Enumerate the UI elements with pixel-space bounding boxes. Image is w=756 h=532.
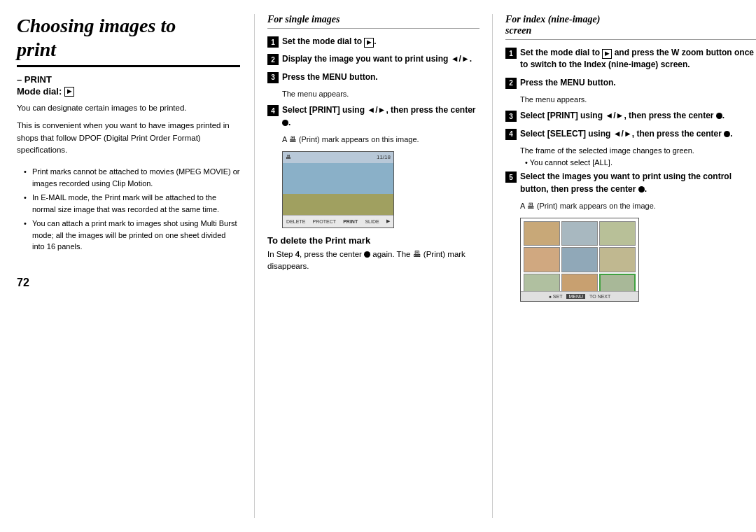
center-btn-right5: [638, 186, 645, 192]
step-num-2: 2: [267, 54, 279, 65]
single-images-title: For single images: [267, 14, 479, 29]
print-section-label: – PRINT: [17, 74, 240, 85]
right-step-3: 3 Select [PRINT] using ◄/►, then press t…: [505, 110, 756, 122]
step-4-note: A 🖶 (Print) mark appears on this image.: [282, 134, 479, 146]
index-screen: ● SET MENU TO NEXT: [520, 218, 639, 302]
right-step-2-note: The menu appears.: [520, 94, 756, 106]
right-step-1-text: Set the mode dial to ▶ and press the W z…: [520, 47, 756, 71]
page-number: 72: [17, 262, 240, 289]
index-menu-label: MENU: [566, 294, 585, 299]
index-title-text: For index (nine-image)screen: [505, 14, 600, 36]
center-btn-right4: [724, 131, 730, 137]
delete-step-ref: 4: [295, 250, 300, 258]
page-title: Choosing images to print: [17, 14, 240, 74]
index-bottom-bar: ● SET MENU TO NEXT: [521, 291, 638, 301]
index-cell-2: [561, 221, 598, 246]
step-3: 3 Press the MENU button.: [267, 71, 479, 83]
title-line2: print: [17, 38, 56, 60]
index-next-label: TO NEXT: [589, 294, 610, 299]
step-4-text: Select [PRINT] using ◄/►, then press the…: [282, 104, 479, 129]
right-step-5-text: Select the images you want to print usin…: [520, 171, 756, 195]
bullet-item-3: You can attach a print mark to images sh…: [24, 218, 240, 253]
page-container: Choosing images to print – PRINT Mode di…: [0, 0, 756, 532]
index-images-title: For index (nine-image)screen: [505, 14, 756, 40]
camera-menu-bar: DELETE PROTECT PRINT SLIDE ▶: [283, 215, 393, 227]
index-cell-3: [599, 221, 636, 246]
step-num-4: 4: [267, 105, 279, 116]
menu-print: PRINT: [343, 219, 358, 224]
right-step-4-text: Select [SELECT] using ◄/►, then press th…: [520, 128, 733, 140]
cannot-select-note: You cannot select [ALL].: [525, 158, 756, 167]
right-step-num-3: 3: [505, 111, 517, 122]
camera-screen: 🖶 11/18 DELETE PROTECT PRINT SLIDE ▶: [282, 151, 394, 228]
camera-landscape: [283, 163, 393, 215]
right-step-5-note: A 🖶 (Print) mark appears on the image.: [520, 201, 756, 212]
step-1-text: Set the mode dial to ▶.: [282, 36, 377, 48]
play-icon-step1: ▶: [364, 38, 374, 48]
index-set-label: ● SET: [549, 294, 563, 299]
index-cell-5: [561, 247, 598, 272]
right-step-num-4: 4: [505, 129, 517, 140]
index-cell-6: [599, 247, 636, 272]
body-text-2: This is convenient when you want to have…: [17, 120, 240, 156]
right-step-2: 2 Press the MENU button.: [505, 77, 756, 89]
menu-delete: DELETE: [286, 219, 305, 224]
index-grid: [521, 218, 638, 301]
frame-change-note: The frame of the selected image changes …: [520, 146, 756, 156]
right-step-2-text: Press the MENU button.: [520, 77, 616, 89]
frame-counter: 11/18: [377, 154, 391, 160]
title-line1: Choosing images to: [17, 15, 176, 36]
right-step-5: 5 Select the images you want to print us…: [505, 171, 756, 195]
step-2: 2 Display the image you want to print us…: [267, 53, 479, 65]
step-num-1: 1: [267, 36, 279, 48]
middle-column: For single images 1 Set the mode dial to…: [255, 14, 493, 518]
menu-slide: SLIDE: [365, 219, 379, 224]
play-icon-right1: ▶: [602, 49, 612, 59]
center-btn-delete: [364, 251, 370, 258]
index-cell-1: [524, 221, 560, 246]
print-mark-indicator: 🖶: [286, 154, 291, 160]
bullet-item-2: In E-MAIL mode, the Print mark will be a…: [24, 192, 240, 215]
play-mode-icon: ▶: [64, 87, 74, 97]
bullet-list: Print marks cannot be attached to movies…: [17, 166, 240, 255]
index-cell-4: [524, 247, 560, 272]
right-step-3-text: Select [PRINT] using ◄/►, then press the…: [520, 110, 724, 122]
step-3-note: The menu appears.: [282, 89, 479, 100]
step-num-3: 3: [267, 72, 279, 83]
mode-dial-line: Mode dial: ▶: [17, 86, 240, 97]
body-text-1: You can designate certain images to be p…: [17, 102, 240, 114]
mode-label: Mode dial:: [17, 86, 62, 97]
menu-protect: PROTECT: [313, 219, 336, 224]
right-step-1: 1 Set the mode dial to ▶ and press the W…: [505, 47, 756, 71]
step-3-text: Press the MENU button.: [282, 71, 378, 83]
center-btn-icon: [282, 120, 288, 126]
left-column: Choosing images to print – PRINT Mode di…: [17, 14, 255, 518]
step-2-text: Display the image you want to print usin…: [282, 53, 472, 65]
right-step-4: 4 Select [SELECT] using ◄/►, then press …: [505, 128, 756, 140]
menu-arrow: ▶: [386, 218, 390, 224]
center-btn-right3: [716, 113, 722, 119]
delete-section-title: To delete the Print mark: [267, 235, 479, 246]
right-column: For index (nine-image)screen 1 Set the m…: [493, 14, 756, 518]
right-step-num-5: 5: [505, 172, 517, 183]
bullet-item-1: Print marks cannot be attached to movies…: [24, 166, 240, 189]
camera-screen-top: 🖶 11/18: [286, 154, 391, 160]
step-4: 4 Select [PRINT] using ◄/►, then press t…: [267, 104, 479, 129]
page-number-container: 72: [17, 262, 240, 289]
right-step-num-2: 2: [505, 78, 517, 89]
delete-text: In Step 4, press the center again. The 🖶…: [267, 248, 479, 273]
right-step-num-1: 1: [505, 48, 517, 59]
step-1: 1 Set the mode dial to ▶.: [267, 36, 479, 48]
